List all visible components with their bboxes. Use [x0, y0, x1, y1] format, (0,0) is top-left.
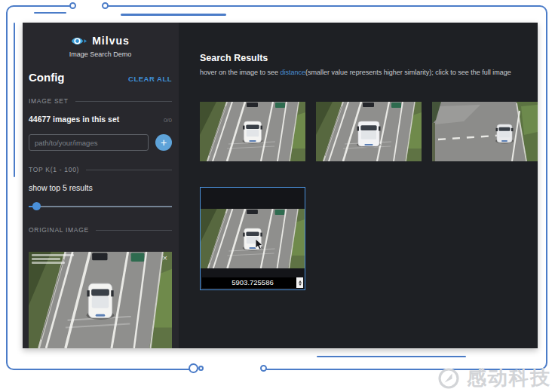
mouse-cursor-icon	[255, 239, 264, 254]
original-image-section-header: ORIGINAL IMAGE	[29, 226, 172, 234]
frame-accent-line	[34, 12, 66, 14]
frame-node-circle	[260, 365, 267, 372]
watermark-logo-icon	[437, 367, 460, 390]
close-icon[interactable]: ×	[163, 254, 167, 262]
plus-icon: +	[161, 136, 167, 149]
milvus-logo: Milvus	[29, 35, 172, 47]
results-row-1	[200, 102, 538, 161]
brand-name: Milvus	[92, 35, 130, 47]
overlay-timestamp-marks	[32, 262, 65, 264]
hint-text: hover on the image to see	[200, 69, 281, 76]
clear-all-button[interactable]: CLEAR ALL	[128, 75, 172, 83]
image-set-section-header: IMAGE SET	[29, 97, 172, 105]
overlay-timestamp-marks	[32, 258, 60, 260]
company-watermark: 感动科技	[437, 365, 551, 391]
overlay-timestamp-marks	[32, 254, 74, 256]
top-k-section-header: TOP K(1 - 100)	[29, 166, 172, 173]
top-k-slider[interactable]	[29, 202, 172, 211]
search-results-hint: hover on the image to see distance(small…	[200, 69, 538, 76]
frame-node-circle	[189, 363, 198, 373]
search-results-panel: Search Results hover on the image to see…	[179, 23, 538, 348]
config-heading: Config	[29, 71, 64, 84]
frame-gap-bottom	[195, 363, 264, 373]
frame-node-circle	[198, 366, 204, 371]
result-thumbnail-selected[interactable]: 5903.725586	[200, 187, 305, 290]
original-image-scene	[29, 252, 172, 348]
image-set-label: IMAGE SET	[29, 97, 69, 105]
spinner-stepper[interactable]	[296, 277, 303, 288]
frame-node-circle	[69, 2, 76, 9]
watermark-text: 感动科技	[467, 365, 551, 391]
slider-handle[interactable]	[32, 202, 41, 210]
top-k-label: TOP K(1 - 100)	[29, 166, 79, 173]
slider-track[interactable]	[29, 206, 172, 207]
hint-text: (smaller value represents higher simlari…	[305, 69, 511, 76]
app-window: Milvus Image Search Demo Config CLEAR AL…	[23, 23, 538, 348]
distance-link[interactable]: distance	[281, 69, 306, 76]
milvus-eye-icon	[71, 35, 87, 47]
original-image-preview[interactable]: ×	[29, 252, 172, 348]
arrow-down-icon[interactable]	[299, 283, 302, 286]
frame-accent-line	[14, 23, 15, 177]
result-thumbnail[interactable]	[432, 102, 538, 161]
distance-tooltip: 5903.725586	[202, 277, 303, 288]
app-subtitle: Image Search Demo	[29, 51, 172, 58]
original-image-label: ORIGINAL IMAGE	[29, 226, 89, 234]
upload-progress-counter: 0/0	[164, 117, 172, 124]
result-image	[201, 209, 305, 268]
search-results-title: Search Results	[200, 53, 538, 63]
config-sidebar: Milvus Image Search Demo Config CLEAR AL…	[23, 23, 179, 348]
frame-accent-line	[317, 356, 466, 357]
results-row-2: 5903.725586	[200, 187, 538, 290]
add-images-button[interactable]: +	[155, 134, 172, 151]
image-path-input[interactable]	[29, 134, 149, 151]
top-k-value-text: show top 5 results	[29, 183, 172, 192]
image-count-text: 44677 images in this set	[29, 115, 119, 124]
result-thumbnail[interactable]	[200, 102, 305, 161]
frame-accent-line	[121, 14, 226, 16]
frame-node-circle	[102, 2, 109, 9]
arrow-up-icon[interactable]	[299, 280, 302, 283]
result-thumbnail[interactable]	[316, 102, 422, 161]
